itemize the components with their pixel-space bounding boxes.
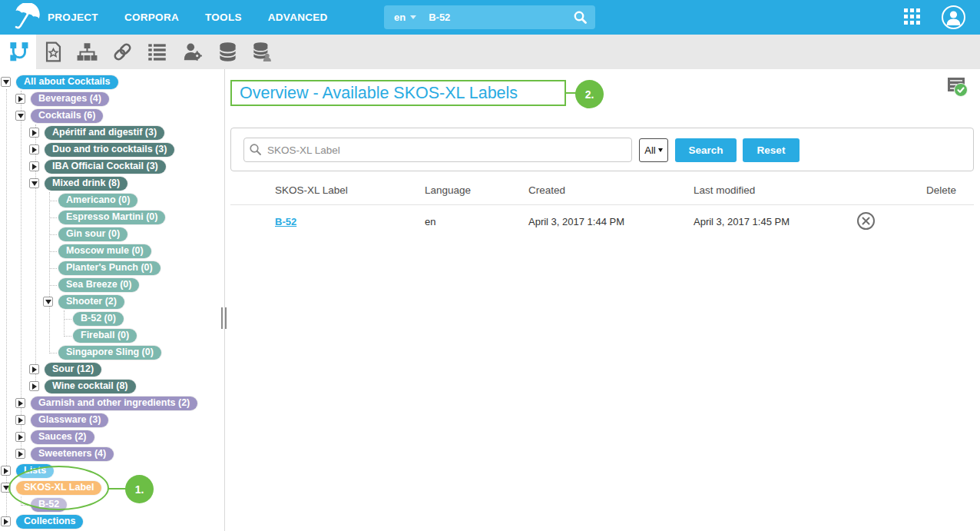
expand-toggle-icon[interactable]	[29, 128, 39, 138]
database-icon[interactable]	[217, 41, 238, 62]
tree-node-pill[interactable]: Sea Breeze (0)	[58, 278, 139, 292]
tree-node-pill[interactable]: Lists	[16, 464, 54, 478]
tree-node-pill[interactable]: Glassware (3)	[31, 413, 108, 427]
tree-node-pill[interactable]: Sauces (2)	[31, 430, 94, 444]
tree-guide	[49, 353, 57, 353]
skosxl-label-search-input[interactable]	[243, 138, 632, 162]
column-header-modified: Last modified	[694, 184, 755, 196]
tree-node-pill[interactable]: SKOS-XL Label	[16, 481, 101, 495]
tree-node-pill[interactable]: Apéritif and digestif (3)	[45, 126, 164, 140]
tree-node-pill[interactable]: Collections	[16, 515, 83, 529]
tree-guide	[64, 310, 65, 337]
tree-guide	[64, 319, 71, 320]
delete-icon[interactable]	[857, 212, 875, 230]
tree-node-pill[interactable]: Gin sour (0)	[58, 227, 127, 241]
tree-guide	[49, 251, 57, 252]
tree-node-pill[interactable]: Sweeteners (4)	[31, 447, 114, 461]
expand-toggle-icon[interactable]	[15, 94, 25, 104]
tree-guide	[49, 285, 57, 286]
link-icon[interactable]	[112, 41, 133, 62]
tree-node-pill[interactable]: B-52 (0)	[73, 312, 124, 326]
menu-project[interactable]: PROJECT	[48, 12, 98, 23]
tree-node-pill[interactable]: Cocktails (6)	[31, 109, 103, 123]
tree-node-pill[interactable]: Duo and trio cocktails (3)	[45, 143, 174, 157]
skosxl-label-link[interactable]: B-52	[275, 216, 296, 227]
tree-guide	[49, 234, 57, 235]
expand-toggle-icon[interactable]	[1, 516, 11, 526]
tree-node-pill[interactable]: B-52	[31, 498, 67, 512]
menu-advanced[interactable]: ADVANCED	[268, 12, 328, 23]
poolparty-umbrella-logo	[12, 3, 43, 32]
tree-guide	[49, 201, 57, 201]
document-star-icon[interactable]	[43, 41, 64, 62]
annotation-step-2: 2.	[575, 80, 604, 108]
annotation-step-1: 1.	[125, 475, 154, 503]
column-header-created: Created	[528, 184, 565, 196]
main-menu: PROJECT CORPORA TOOLS ADVANCED	[48, 0, 328, 35]
check-badge-icon	[954, 83, 968, 97]
expand-toggle-icon[interactable]	[15, 449, 25, 459]
expand-toggle-icon[interactable]	[29, 144, 39, 154]
tree-guide	[6, 89, 7, 523]
column-header-delete: Delete	[926, 184, 956, 196]
table-header-separator	[230, 204, 974, 205]
search-language-selector[interactable]: en	[394, 12, 406, 23]
database-user-icon[interactable]	[251, 41, 272, 62]
apps-grid-icon[interactable]	[904, 8, 922, 26]
modified-cell: April 3, 2017 1:45 PM	[694, 216, 790, 227]
menu-corpora[interactable]: CORPORA	[124, 12, 179, 23]
expand-toggle-icon[interactable]	[1, 466, 11, 476]
expand-toggle-icon[interactable]	[29, 381, 39, 391]
expand-toggle-icon[interactable]	[15, 432, 25, 442]
concept-scheme-icon[interactable]	[8, 41, 28, 62]
search-button[interactable]: Search	[675, 138, 737, 162]
expand-toggle-icon[interactable]	[15, 398, 25, 408]
collapse-toggle-icon[interactable]	[29, 178, 39, 188]
tree-node-pill[interactable]: Garnish and other ingredients (2)	[31, 397, 197, 410]
tree-node-pill[interactable]: IBA Official Cocktail (3)	[45, 160, 166, 174]
page-title: Overview - Available SKOS-XL Labels	[232, 84, 518, 103]
search-icon[interactable]	[573, 10, 588, 25]
expand-toggle-icon[interactable]	[29, 161, 39, 171]
concept-tree: All about CocktailsBeverages (4)Cocktail…	[0, 69, 224, 531]
user-gear-icon[interactable]	[182, 41, 203, 62]
tree-node-pill[interactable]: Planter's Punch (0)	[58, 261, 161, 275]
tree-node-pill[interactable]: Singapore Sling (0)	[58, 346, 161, 360]
collapse-toggle-icon[interactable]	[1, 483, 11, 493]
tree-node-pill[interactable]: Wine cocktail (8)	[45, 380, 136, 393]
chevron-down-icon	[658, 148, 663, 152]
chevron-down-icon	[410, 15, 416, 19]
expand-toggle-icon[interactable]	[15, 415, 25, 425]
collapse-toggle-icon[interactable]	[15, 111, 25, 121]
language-cell: en	[425, 216, 435, 227]
sitemap-icon[interactable]	[77, 41, 98, 62]
user-avatar-icon[interactable]	[942, 5, 965, 29]
icon-toolbar	[0, 35, 980, 69]
tree-guide	[49, 192, 50, 353]
tree-node-pill[interactable]: Shooter (2)	[58, 295, 124, 309]
tree-node-pill[interactable]: All about Cocktails	[16, 75, 118, 89]
language-filter-select[interactable]: All	[639, 138, 668, 162]
tree-node-pill[interactable]: Moscow mule (0)	[58, 244, 151, 258]
tree-guide	[64, 336, 71, 337]
global-search-input[interactable]: B-52	[429, 12, 450, 23]
column-header-label: SKOS-XL Label	[275, 184, 348, 196]
tree-node-pill[interactable]: Beverages (4)	[31, 92, 109, 106]
global-search-box[interactable]: en B-52	[384, 5, 595, 29]
menu-tools[interactable]: TOOLS	[205, 12, 242, 23]
reset-button[interactable]: Reset	[743, 138, 800, 162]
status-log-icon[interactable]	[948, 76, 969, 98]
expand-toggle-icon[interactable]	[29, 364, 39, 374]
collapse-toggle-icon[interactable]	[43, 297, 53, 307]
top-navbar: PROJECT CORPORA TOOLS ADVANCED en B-52	[0, 0, 980, 35]
list-icon[interactable]	[147, 41, 167, 62]
tree-guide	[49, 268, 57, 269]
tree-node-pill[interactable]: Sour (12)	[45, 363, 101, 377]
tree-node-pill[interactable]: Mixed drink (8)	[45, 177, 127, 191]
tree-node-pill[interactable]: Americano (0)	[58, 194, 137, 207]
tree-node-pill[interactable]: Fireball (0)	[73, 329, 137, 343]
collapse-toggle-icon[interactable]	[1, 77, 11, 87]
tree-node-pill[interactable]: Espresso Martini (0)	[58, 211, 165, 224]
column-header-language: Language	[425, 184, 471, 196]
page-title-box: Overview - Available SKOS-XL Labels	[230, 80, 566, 106]
